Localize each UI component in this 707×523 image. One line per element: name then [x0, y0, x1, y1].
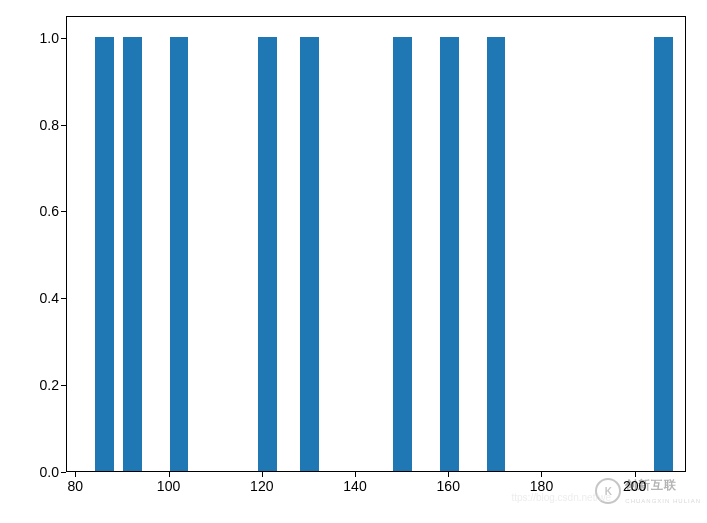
ytick-mark	[61, 298, 66, 299]
ytick-mark	[61, 385, 66, 386]
ytick-mark	[61, 211, 66, 212]
xtick-label: 120	[250, 478, 273, 494]
bar	[654, 37, 673, 471]
bar	[487, 37, 506, 471]
bar	[440, 37, 459, 471]
xtick-label: 180	[530, 478, 553, 494]
ytick-mark	[61, 125, 66, 126]
xtick-mark	[75, 472, 76, 477]
bar	[258, 37, 277, 471]
bar	[170, 37, 189, 471]
xtick-label: 80	[68, 478, 84, 494]
bar	[300, 37, 319, 471]
xtick-mark	[169, 472, 170, 477]
xtick-label: 140	[343, 478, 366, 494]
watermark-sub: CHUANGXIN HULIAN	[625, 498, 701, 504]
xtick-label: 200	[623, 478, 646, 494]
watermark: ttps://blog.csdn.net/we K 创新互联 CHUANGXIN…	[595, 477, 701, 505]
ytick-mark	[61, 38, 66, 39]
xtick-mark	[355, 472, 356, 477]
bar	[393, 37, 412, 471]
ytick-label: 0.4	[40, 290, 59, 306]
xtick-label: 100	[157, 478, 180, 494]
xtick-mark	[541, 472, 542, 477]
ytick-label: 0.0	[40, 464, 59, 480]
xtick-mark	[262, 472, 263, 477]
xtick-label: 160	[437, 478, 460, 494]
bar	[95, 37, 114, 471]
ytick-label: 0.2	[40, 377, 59, 393]
xtick-mark	[635, 472, 636, 477]
ytick-label: 0.8	[40, 117, 59, 133]
ytick-mark	[61, 472, 66, 473]
watermark-url-fragment: ttps://blog.csdn.net/we	[511, 492, 611, 503]
bar	[123, 37, 142, 471]
ytick-label: 0.6	[40, 203, 59, 219]
xtick-mark	[448, 472, 449, 477]
plot-area	[66, 16, 686, 472]
ytick-label: 1.0	[40, 30, 59, 46]
